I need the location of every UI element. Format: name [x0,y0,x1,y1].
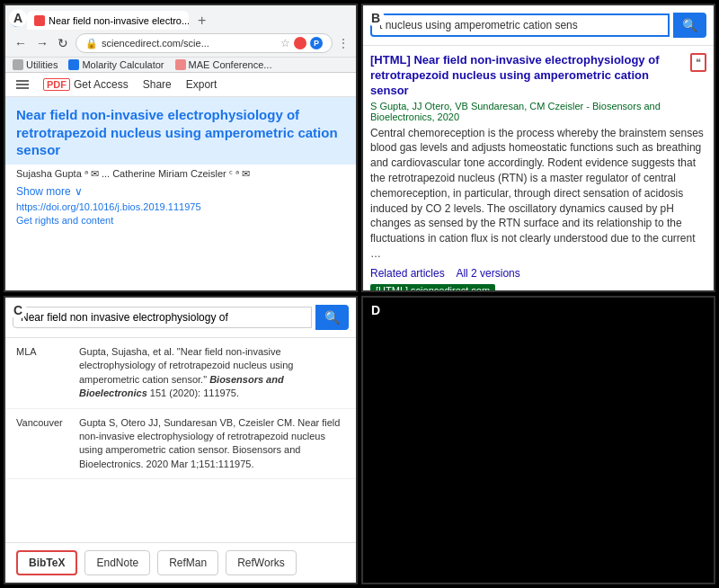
cite-journal-mla: Biosensors and Bioelectronics [79,374,284,398]
authors-a: Sujasha Gupta ᵃ ✉ ... Catherine Miriam C… [5,165,356,183]
bookmark-molarity-label: Molarity Calculator [82,59,164,70]
panel-a: A A Near field non-invasive electro... ✕… [4,4,358,292]
endnote-button[interactable]: EndNote [84,550,150,575]
gs-title-text: Near field non-invasive electrophysiolog… [370,53,659,97]
gs-snippet: Central chemoreception is the process wh… [370,126,706,262]
panel-d: D [361,296,715,584]
gs-search-bar: t nucleus using amperometric cation sens… [363,5,714,46]
sd-toolbar: PDF Get Access Share Export [5,73,356,97]
record-icon [294,37,306,49]
get-access-button[interactable]: PDF Get Access [43,78,129,91]
export-label: Export [186,78,217,91]
browser-chrome-a: A Near field non-invasive electro... ✕ +… [5,5,356,73]
lock-icon: 🔒 [85,38,98,49]
gs-cite-button[interactable]: ❝ [690,53,706,72]
tab-bar-a: A Near field non-invasive electro... ✕ + [5,5,356,30]
page-content-a: PDF Get Access Share Export Near field n… [5,73,356,290]
gs-authors-b: S Gupta, JJ Otero, VB Sundaresan, CM Cze… [370,101,706,122]
bookmark-utilities-label: Utilities [26,59,58,70]
cite-row-mla: MLA Gupta, Sujasha, et al. "Near field n… [5,338,356,409]
cite-icon-b: ❝ [696,57,701,67]
mae-icon [175,59,186,70]
star-icon: ☆ [280,37,290,49]
panel-b-label: B [367,9,385,27]
bibtex-button[interactable]: BibTeX [16,550,77,575]
cite-content-vancouver: Gupta S, Otero JJ, Sundaresan VB, Czeisl… [79,416,345,472]
show-more-label: Show more [16,185,71,198]
profile-icon: P [310,37,323,49]
bookmark-mae[interactable]: MAE Conference... [175,59,272,70]
chevron-down-icon: ∨ [75,185,83,198]
gs-result: [HTML] Near field non-invasive electroph… [363,46,714,290]
tab-item-a[interactable]: Near field non-invasive electro... ✕ [27,11,189,30]
refman-button[interactable]: RefMan [157,550,218,575]
all-versions-link[interactable]: All 2 versions [456,267,519,280]
doi-link[interactable]: https://doi.org/10.1016/j.bios.2019.1119… [5,200,356,214]
panel-b: B t nucleus using amperometric cation se… [361,4,715,292]
show-more-button[interactable]: Show more ∨ [5,183,356,200]
gs-links: Related articles All 2 versions [370,267,706,280]
forward-button-a[interactable]: → [34,34,50,52]
cite-search-button[interactable]: 🔍 [315,305,349,330]
list-icon [16,80,29,89]
panel-a-label: A [9,9,27,27]
share-button[interactable]: Share [143,78,172,91]
reload-button-a[interactable]: ↻ [56,34,70,52]
bookmark-utilities[interactable]: Utilities [13,59,58,70]
url-text-a: sciencedirect.com/scie... [102,38,277,49]
pdf-icon: PDF [43,78,70,91]
bookmarks-bar-a: Utilities Molarity Calculator MAE Confer… [5,57,356,72]
molarity-icon [68,59,79,70]
more-menu-icon[interactable]: ⋮ [338,37,349,49]
gs-result-title[interactable]: [HTML] Near field non-invasive electroph… [370,53,685,99]
refworks-button[interactable]: RefWorks [226,550,296,575]
url-bar-a[interactable]: 🔒 sciencedirect.com/scie... ☆ P [75,33,333,53]
source-badge: [HTML] sciencedirect.com [370,284,495,290]
cite-search-bar: Near field non invasive electrophysiolog… [5,298,356,338]
tab-title-a: Near field non-invasive electro... [49,15,189,26]
tab-favicon-a [34,15,45,26]
back-button-a[interactable]: ← [13,34,29,52]
panel-d-label: D [367,301,385,319]
panel-c-label: C [9,301,27,319]
html-badge-b: [HTML] [370,53,411,67]
bookmark-mae-label: MAE Conference... [189,59,272,70]
panel-c: C Near field non invasive electrophysiol… [4,296,358,584]
cite-search-input[interactable]: Near field non invasive electrophysiolog… [13,307,312,328]
export-button[interactable]: Export [186,78,217,91]
cite-label-vancouver: Vancouver [16,416,79,472]
cite-row-vancouver: Vancouver Gupta S, Otero JJ, Sundaresan … [5,409,356,480]
cite-table: MLA Gupta, Sujasha, et al. "Near field n… [5,338,356,542]
gs-search-input[interactable]: t nucleus using amperometric cation sens [370,13,670,37]
share-label: Share [143,78,172,91]
address-bar-a: ← → ↻ 🔒 sciencedirect.com/scie... ☆ P ⋮ [5,30,356,57]
gs-search-button[interactable]: 🔍 [673,13,706,38]
article-title-a: Near field non-invasive electrophysiolog… [5,97,356,165]
gs-source: [HTML] sciencedirect.com [370,283,706,290]
bookmark-molarity[interactable]: Molarity Calculator [68,59,164,70]
cite-buttons: BibTeX EndNote RefMan RefWorks [5,542,356,583]
cite-content-mla: Gupta, Sujasha, et al. "Near field non-i… [79,345,345,401]
authors-text-a: Sujasha Gupta ᵃ ✉ ... Catherine Miriam C… [16,168,250,179]
get-access-label: Get Access [74,78,129,91]
cite-label-mla: MLA [16,345,79,401]
rights-link[interactable]: Get rights and content [5,214,356,227]
list-view-button[interactable] [16,80,29,89]
utilities-icon [13,59,23,70]
new-tab-button-a[interactable]: + [192,13,211,29]
related-articles-link[interactable]: Related articles [370,267,445,280]
